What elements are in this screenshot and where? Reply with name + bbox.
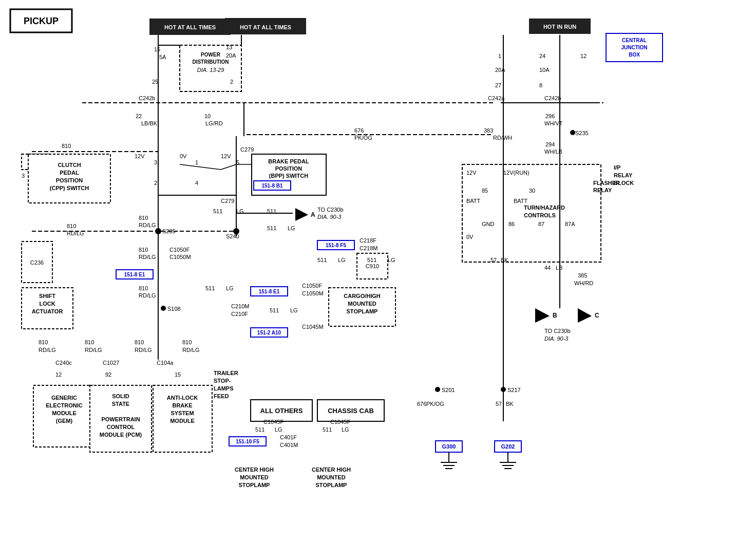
svg-text:SOLID: SOLID — [112, 393, 129, 399]
svg-text:LG: LG — [290, 307, 298, 313]
svg-text:CLUTCH: CLUTCH — [58, 162, 81, 168]
svg-text:151-8 E1: 151-8 E1 — [124, 272, 145, 277]
svg-text:JUNCTION: JUNCTION — [621, 45, 647, 50]
svg-text:15: 15 — [154, 46, 160, 52]
svg-text:810: 810 — [62, 143, 71, 149]
svg-text:151-8 F5: 151-8 F5 — [326, 243, 346, 248]
svg-text:ANTI-LOCK: ANTI-LOCK — [167, 395, 198, 401]
svg-text:57: 57 — [490, 257, 497, 263]
svg-text:STOP-: STOP- — [214, 378, 231, 384]
svg-text:LG: LG — [226, 285, 234, 291]
svg-text:ACTUATOR: ACTUATOR — [32, 308, 63, 314]
svg-text:HOT AT ALL TIMES: HOT AT ALL TIMES — [164, 24, 216, 30]
svg-text:0V: 0V — [180, 153, 187, 159]
svg-text:1: 1 — [195, 159, 198, 165]
svg-text:CENTER HIGH: CENTER HIGH — [235, 467, 274, 473]
svg-text:15: 15 — [175, 371, 181, 378]
svg-text:S217: S217 — [507, 387, 521, 393]
svg-text:GND: GND — [482, 221, 495, 227]
svg-text:RD/WH: RD/WH — [493, 135, 512, 141]
svg-text:RD/LG: RD/LG — [139, 254, 156, 260]
svg-text:S240: S240 — [226, 233, 239, 239]
svg-text:C279: C279 — [240, 146, 254, 153]
svg-text:294: 294 — [545, 141, 555, 147]
svg-text:C1050F: C1050F — [302, 283, 322, 289]
svg-text:PK/OG: PK/OG — [354, 135, 372, 141]
svg-text:RD/LG: RD/LG — [39, 347, 56, 353]
svg-text:676: 676 — [417, 401, 426, 407]
svg-text:TURN/HAZARD: TURN/HAZARD — [524, 204, 565, 211]
svg-text:STATE: STATE — [112, 401, 129, 407]
svg-text:RD/LG: RD/LG — [182, 347, 200, 353]
svg-text:20A: 20A — [226, 52, 236, 59]
svg-text:RD/LG: RD/LG — [139, 292, 156, 299]
svg-text:CONTROLS: CONTROLS — [524, 212, 556, 218]
svg-point-230 — [435, 387, 440, 392]
svg-text:511: 511 — [267, 225, 276, 231]
svg-text:G300: G300 — [442, 443, 456, 450]
svg-text:151-8 B1: 151-8 B1 — [261, 183, 283, 189]
svg-text:DIA. 90-3: DIA. 90-3 — [544, 336, 569, 342]
svg-text:DIA. 90-3: DIA. 90-3 — [317, 214, 342, 220]
svg-text:10A: 10A — [539, 67, 550, 73]
svg-point-128 — [161, 306, 166, 311]
svg-text:BK: BK — [501, 257, 508, 263]
svg-text:C218F: C218F — [360, 237, 376, 244]
svg-text:810: 810 — [139, 285, 148, 291]
svg-text:MODULE (PCM): MODULE (PCM) — [100, 432, 142, 438]
svg-text:STOPLAMP: STOPLAMP — [239, 482, 270, 488]
svg-text:CONTROL: CONTROL — [107, 424, 135, 430]
svg-text:4: 4 — [195, 180, 198, 186]
svg-text:SHIFT: SHIFT — [39, 293, 55, 299]
wiring-diagram: PICKUP HOT AT ALL TIMES HOT AT ALL TIMES… — [0, 0, 756, 559]
svg-text:511: 511 — [367, 257, 376, 263]
svg-text:151-8 E1: 151-8 E1 — [259, 289, 280, 294]
svg-text:12V: 12V — [221, 153, 231, 159]
svg-text:511: 511 — [213, 208, 222, 214]
svg-text:RELAY: RELAY — [593, 187, 612, 193]
svg-text:8: 8 — [539, 82, 542, 88]
svg-text:MOUNTED: MOUNTED — [348, 301, 376, 307]
svg-text:LG: LG — [288, 225, 295, 231]
svg-text:810: 810 — [135, 339, 144, 345]
svg-text:FEED: FEED — [214, 393, 229, 399]
svg-text:SYSTEM: SYSTEM — [171, 410, 194, 416]
svg-text:A: A — [311, 211, 315, 218]
svg-text:TRAILER: TRAILER — [214, 370, 238, 376]
svg-text:151-2 A10: 151-2 A10 — [257, 330, 281, 336]
svg-text:C401F: C401F — [280, 434, 297, 440]
svg-text:S201: S201 — [442, 387, 455, 393]
svg-text:MODULE: MODULE — [52, 410, 77, 416]
svg-text:511: 511 — [323, 426, 332, 433]
svg-text:810: 810 — [139, 247, 148, 253]
svg-text:C104a: C104a — [157, 360, 174, 366]
svg-text:810: 810 — [85, 339, 94, 345]
svg-text:C910: C910 — [366, 263, 379, 269]
svg-text:BRAKE PEDAL: BRAKE PEDAL — [268, 158, 309, 164]
svg-text:PK/OG: PK/OG — [426, 401, 444, 407]
svg-text:12V(RUN): 12V(RUN) — [503, 170, 530, 176]
svg-text:BATT: BATT — [466, 198, 481, 204]
svg-text:LOCK: LOCK — [39, 301, 55, 307]
svg-text:C210F: C210F — [231, 311, 248, 317]
svg-text:S108: S108 — [167, 306, 181, 312]
svg-text:RD/LG: RD/LG — [139, 222, 156, 228]
svg-text:GENERIC: GENERIC — [51, 395, 77, 401]
svg-text:87A: 87A — [565, 221, 575, 227]
svg-text:13: 13 — [226, 44, 232, 50]
svg-text:C1050F: C1050F — [169, 247, 190, 253]
svg-text:DISTRIBUTION: DISTRIBUTION — [192, 59, 229, 65]
svg-text:CARGO/HIGH: CARGO/HIGH — [344, 293, 381, 299]
svg-text:20A: 20A — [495, 67, 505, 73]
svg-text:MODULE: MODULE — [170, 418, 195, 424]
svg-text:STOPLAMP: STOPLAMP — [316, 482, 347, 488]
svg-text:86: 86 — [508, 221, 515, 227]
svg-text:25: 25 — [152, 79, 158, 85]
svg-text:0V: 0V — [466, 234, 474, 240]
svg-text:LG: LG — [388, 257, 395, 263]
svg-text:POWER: POWER — [201, 52, 221, 58]
svg-text:44: 44 — [544, 265, 551, 271]
svg-text:810: 810 — [139, 215, 148, 221]
svg-text:CENTRAL: CENTRAL — [622, 38, 647, 43]
svg-text:RD/LG: RD/LG — [135, 347, 152, 353]
